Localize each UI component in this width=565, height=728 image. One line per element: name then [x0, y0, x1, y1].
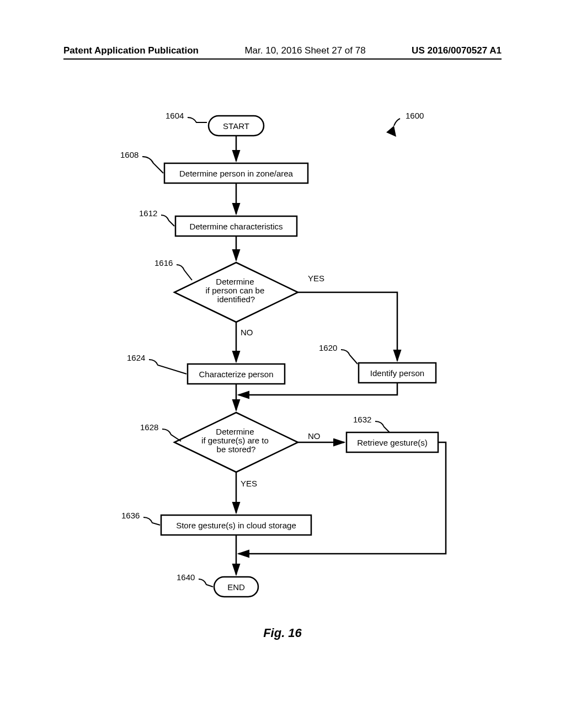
step-1632: Retrieve gesture(s)	[347, 432, 438, 452]
ref-1640: 1640	[177, 572, 213, 587]
svg-text:START: START	[223, 121, 249, 131]
svg-text:1624: 1624	[127, 353, 145, 362]
svg-text:1600: 1600	[406, 111, 424, 120]
decision-1628: Determine if gesture(s) are to be stored…	[174, 413, 298, 472]
svg-text:1632: 1632	[353, 415, 371, 424]
no-branch-1628: NO	[298, 431, 344, 442]
ref-1628: 1628	[140, 422, 181, 441]
ref-1616: 1616	[154, 258, 192, 280]
step-1620: Identify person	[359, 363, 436, 383]
svg-text:1620: 1620	[319, 343, 337, 352]
svg-text:Characterize person: Characterize person	[199, 370, 273, 379]
svg-text:Identify person: Identify person	[370, 368, 424, 378]
decision-1616: Determine if person can be identified?	[174, 263, 298, 322]
svg-text:1608: 1608	[120, 150, 138, 159]
step-1608: Determine person in zone/area	[164, 163, 308, 183]
step-1624: Characterize person	[188, 364, 285, 384]
figure-caption: Fig. 16	[0, 626, 565, 640]
svg-text:END: END	[227, 582, 245, 592]
step-1636: Store gesture(s) in cloud storage	[161, 515, 311, 535]
svg-text:YES: YES	[241, 479, 257, 488]
svg-text:YES: YES	[308, 274, 324, 283]
yes-branch-1628: YES	[236, 472, 257, 513]
step-1612: Determine characteristics	[175, 216, 297, 236]
svg-text:1616: 1616	[154, 258, 173, 267]
flowchart-diagram: 1600 START 1604 Determine person in zone…	[0, 0, 565, 728]
ref-1608: 1608	[120, 150, 163, 173]
svg-text:Determine person in zone/area: Determine person in zone/area	[179, 169, 294, 178]
svg-text:1628: 1628	[140, 422, 158, 432]
ref-1636: 1636	[121, 511, 160, 525]
svg-text:NO: NO	[241, 328, 253, 337]
svg-text:Determine characteristics: Determine characteristics	[189, 222, 282, 231]
svg-text:1636: 1636	[121, 511, 140, 520]
end-node: END	[214, 577, 258, 597]
svg-text:1640: 1640	[177, 572, 195, 582]
svg-text:NO: NO	[308, 431, 321, 441]
start-node: START	[209, 116, 264, 136]
svg-text:1612: 1612	[139, 208, 157, 218]
ref-1632: 1632	[353, 415, 390, 432]
ref-1600: 1600	[386, 111, 424, 137]
merge-path-1620	[238, 383, 397, 395]
svg-text:1604: 1604	[166, 111, 184, 120]
ref-1612: 1612	[139, 208, 174, 226]
ref-1604: 1604	[166, 111, 207, 122]
no-branch-1616: NO	[236, 322, 253, 362]
ref-1620: 1620	[319, 343, 358, 364]
svg-text:Retrieve gesture(s): Retrieve gesture(s)	[357, 438, 428, 447]
merge-path-1632	[238, 442, 446, 554]
ref-1624: 1624	[127, 353, 186, 374]
yes-branch-1616: YES	[298, 274, 397, 361]
svg-text:Store gesture(s) in cloud stor: Store gesture(s) in cloud storage	[176, 521, 296, 530]
